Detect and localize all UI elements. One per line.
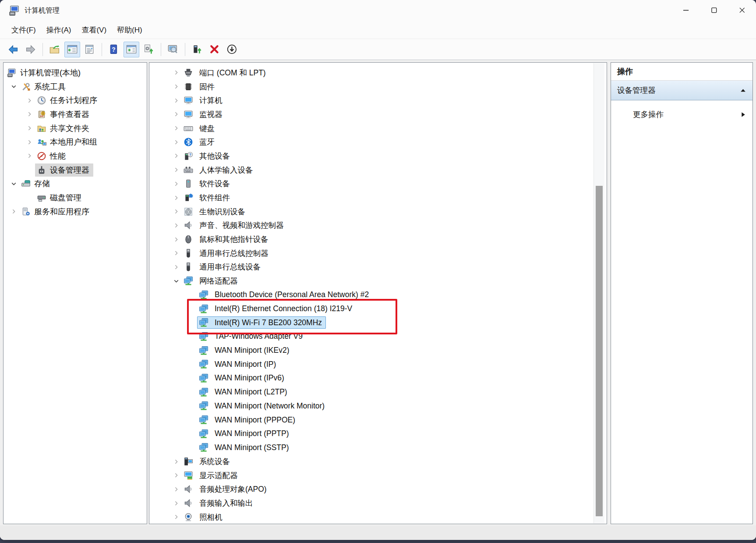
tree-row[interactable]: 系统工具 <box>4 80 147 94</box>
tree-row[interactable]: 端口 (COM 和 LPT) <box>149 66 607 80</box>
chevron-right-icon[interactable] <box>24 152 35 160</box>
menu-item-0[interactable]: 文件(F) <box>6 22 41 38</box>
properties-button[interactable] <box>82 42 98 57</box>
tree-item[interactable]: Bluetooth Device (Personal Area Network)… <box>197 289 373 301</box>
tree-item[interactable]: WAN Miniport (IPv6) <box>197 372 288 384</box>
tree-item[interactable]: TAP-Windows Adapter V9 <box>197 330 307 343</box>
tree-item[interactable]: 生物识别设备 <box>182 205 249 218</box>
tree-row[interactable]: 人体学输入设备 <box>149 163 607 177</box>
tree-item[interactable]: 磁盘管理 <box>35 191 85 204</box>
chevron-right-icon[interactable] <box>8 207 19 216</box>
tree-item[interactable]: WAN Miniport (PPTP) <box>197 428 293 440</box>
tree-item[interactable]: 蓝牙 <box>182 135 219 149</box>
scan-hardware-button[interactable] <box>165 42 181 57</box>
menu-item-3[interactable]: 帮助(H) <box>112 22 148 38</box>
tree-item[interactable]: 通用串行总线设备 <box>182 260 265 273</box>
chevron-down-icon[interactable] <box>8 82 19 91</box>
actions-section-device-manager[interactable]: 设备管理器 <box>611 81 752 100</box>
tree-row[interactable]: 共享文件夹 <box>4 121 147 135</box>
chevron-right-icon[interactable] <box>170 221 182 230</box>
tree-item[interactable]: 系统工具 <box>19 80 70 93</box>
tree-item[interactable]: WAN Miniport (SSTP) <box>197 441 293 454</box>
menu-item-1[interactable]: 操作(A) <box>41 22 77 38</box>
selected-tree-item[interactable]: 设备管理器 <box>35 163 93 177</box>
tree-row[interactable]: WAN Miniport (Network Monitor) <box>149 399 607 413</box>
chevron-right-icon[interactable] <box>24 124 35 133</box>
menu-item-2[interactable]: 查看(V) <box>76 22 112 38</box>
export-folder-button[interactable] <box>47 42 63 57</box>
tree-item[interactable]: 通用串行总线控制器 <box>182 247 272 260</box>
chevron-right-icon[interactable] <box>170 124 182 133</box>
chevron-right-icon[interactable] <box>170 471 182 480</box>
tree-row[interactable]: WAN Miniport (PPPOE) <box>149 413 607 427</box>
tree-row[interactable]: 磁盘管理 <box>4 191 147 205</box>
tree-item[interactable]: 音频处理对象(APO) <box>182 483 271 496</box>
chevron-right-icon[interactable] <box>170 152 182 160</box>
tree-item[interactable]: WAN Miniport (IP) <box>197 358 280 370</box>
chevron-right-icon[interactable] <box>170 166 182 174</box>
tree-row[interactable]: Bluetooth Device (Personal Area Network)… <box>149 288 607 302</box>
tree-item[interactable]: 存储 <box>19 177 54 190</box>
tree-item[interactable]: 声音、视频和游戏控制器 <box>182 219 288 232</box>
chevron-down-icon[interactable] <box>8 179 19 188</box>
tree-row[interactable]: 软件组件 <box>149 191 607 205</box>
tree-row[interactable]: WAN Miniport (IPv6) <box>149 371 607 385</box>
chevron-right-icon[interactable] <box>170 249 182 258</box>
tree-row[interactable]: 固件 <box>149 80 607 94</box>
tree-row[interactable]: 通用串行总线设备 <box>149 260 607 274</box>
console-tree-button[interactable] <box>64 42 80 57</box>
tree-item[interactable]: 网络适配器 <box>182 274 242 287</box>
tree-item[interactable]: 键盘 <box>182 122 219 135</box>
tree-row[interactable]: 通用串行总线控制器 <box>149 246 607 260</box>
tree-row[interactable]: 计算机 <box>149 93 607 107</box>
tree-item[interactable]: 计算机 <box>182 94 226 107</box>
tree-item[interactable]: 照相机 <box>182 511 226 524</box>
tree-item[interactable]: Intel(R) Ethernet Connection (18) I219-V <box>197 303 356 315</box>
tree-row[interactable]: 计算机管理(本地) <box>4 66 147 80</box>
tree-row[interactable]: WAN Miniport (IKEv2) <box>149 344 607 358</box>
tree-item[interactable]: 系统设备 <box>182 455 234 468</box>
chevron-right-icon[interactable] <box>24 96 35 105</box>
vertical-scrollbar[interactable] <box>593 63 604 523</box>
tree-row[interactable]: 鼠标和其他指针设备 <box>149 232 607 246</box>
tree-item[interactable]: 端口 (COM 和 LPT) <box>182 66 270 79</box>
tree-row[interactable]: 显示适配器 <box>149 468 607 483</box>
chevron-up-icon[interactable] <box>740 87 746 94</box>
tree-item[interactable]: 性能 <box>35 149 70 163</box>
tree-item[interactable]: 共享文件夹 <box>35 122 93 135</box>
chevron-right-icon[interactable] <box>170 82 182 91</box>
tree-row[interactable]: Intel(R) Ethernet Connection (18) I219-V <box>149 302 607 316</box>
chevron-right-icon[interactable] <box>170 457 182 466</box>
help-button[interactable]: ? <box>106 42 122 57</box>
tree-item[interactable]: 任务计划程序 <box>35 94 101 107</box>
chevron-right-icon[interactable] <box>170 485 182 493</box>
minimize-button[interactable] <box>672 0 700 20</box>
tree-item[interactable]: 计算机管理(本地) <box>5 66 85 79</box>
maximize-button[interactable] <box>700 0 728 20</box>
tree-item[interactable]: ?其他设备 <box>182 149 234 163</box>
tree-item[interactable]: 人体学输入设备 <box>182 163 257 177</box>
chevron-right-icon[interactable] <box>170 110 182 119</box>
tree-row[interactable]: WAN Miniport (SSTP) <box>149 441 607 455</box>
tree-item[interactable]: WAN Miniport (PPPOE) <box>197 414 299 426</box>
tree-row[interactable]: Intel(R) Wi-Fi 7 BE200 320MHz <box>149 316 607 330</box>
device-update-button[interactable] <box>189 42 205 57</box>
tree-row[interactable]: 本地用户和组 <box>4 135 147 149</box>
update-driver-button[interactable] <box>141 42 157 57</box>
tree-item[interactable]: 监视器 <box>182 108 226 121</box>
scrollbar-thumb[interactable] <box>596 186 603 516</box>
chevron-right-icon[interactable] <box>24 110 35 119</box>
tree-row[interactable]: TAP-Windows Adapter V9 <box>149 330 607 344</box>
chevron-right-icon[interactable] <box>170 138 182 146</box>
forward-button[interactable] <box>23 42 39 57</box>
disable-button[interactable] <box>224 42 240 57</box>
tree-row[interactable]: 监视器 <box>149 107 607 121</box>
uninstall-button[interactable] <box>207 42 223 57</box>
tree-row[interactable]: 音频处理对象(APO) <box>149 483 607 497</box>
tree-item[interactable]: 服务和应用程序 <box>19 205 93 218</box>
chevron-right-icon[interactable] <box>170 193 182 202</box>
chevron-right-icon[interactable] <box>24 138 35 146</box>
tree-item[interactable]: WAN Miniport (L2TP) <box>197 386 291 398</box>
tree-item[interactable]: 显示适配器 <box>182 469 242 482</box>
tree-row[interactable]: WAN Miniport (L2TP) <box>149 385 607 399</box>
